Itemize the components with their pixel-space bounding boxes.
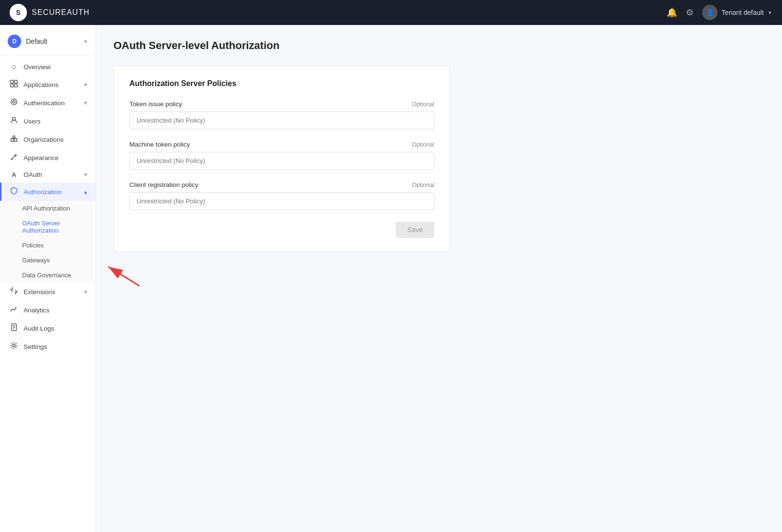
sidebar-tenant[interactable]: D Default ▼ <box>0 30 96 55</box>
sidebar: D Default ▼ ○ Overview <box>0 25 96 532</box>
client-registration-policy-input[interactable] <box>129 192 434 210</box>
svg-rect-9 <box>14 138 17 141</box>
svg-point-5 <box>13 101 15 103</box>
card-title: Authorization Server Policies <box>129 79 434 88</box>
sidebar-item-label: Appearance <box>24 154 59 161</box>
svg-rect-2 <box>11 84 13 87</box>
page-title: OAuth Server-level Authorization <box>114 39 765 52</box>
svg-rect-3 <box>14 84 17 87</box>
sidebar-item-settings[interactable]: Settings <box>0 337 96 356</box>
client-registration-policy-group: Client registration policy Optional <box>129 181 434 210</box>
avatar: 👤 <box>702 5 718 20</box>
svg-point-4 <box>11 99 17 105</box>
client-registration-policy-optional: Optional <box>412 182 434 188</box>
svg-rect-0 <box>11 80 13 83</box>
sidebar-item-analytics[interactable]: Analytics <box>0 301 96 319</box>
token-issue-policy-optional: Optional <box>412 101 434 108</box>
tenant-name: Default <box>26 37 47 45</box>
token-issue-policy-input[interactable] <box>129 111 434 129</box>
bell-icon[interactable]: 🔔 <box>667 7 677 18</box>
sidebar-item-label: Settings <box>24 343 47 350</box>
svg-point-6 <box>13 117 15 120</box>
tenant-selector[interactable]: 👤 Tenant default ▼ <box>702 5 772 20</box>
navbar: S SECUREAUTH 🔔 ⚙ 👤 Tenant default ▼ <box>0 0 782 25</box>
sidebar-subitem-policies[interactable]: Policies <box>0 238 96 253</box>
applications-icon <box>9 80 19 89</box>
sidebar-item-authentication[interactable]: Authentication ▼ <box>0 94 96 112</box>
sidebar-item-applications[interactable]: Applications ▼ <box>0 75 96 94</box>
sidebar-item-authorization[interactable]: Authorization ▲ <box>0 183 96 201</box>
chevron-down-icon: ▼ <box>768 10 772 15</box>
logo-icon: S <box>10 4 27 21</box>
sidebar-subitem-gateways[interactable]: Gateways <box>0 253 96 268</box>
svg-rect-8 <box>13 136 15 138</box>
sidebar-item-appearance[interactable]: Appearance <box>0 148 96 167</box>
machine-token-policy-optional: Optional <box>412 141 434 148</box>
chevron-icon: ▼ <box>83 82 88 87</box>
sidebar-subitem-data-governance[interactable]: Data Governance <box>0 268 96 283</box>
authentication-icon <box>9 98 19 108</box>
layout: D Default ▼ ○ Overview <box>0 25 782 532</box>
sidebar-item-label: Organizations <box>24 136 63 143</box>
authorization-icon <box>9 187 19 197</box>
sidebar-item-label: Authorization <box>24 188 62 196</box>
tenant-label: Tenant default <box>721 9 764 16</box>
sidebar-item-oauth[interactable]: A OAuth ▼ <box>0 167 96 183</box>
appearance-icon <box>9 153 19 162</box>
overview-icon: ○ <box>9 62 19 71</box>
machine-token-policy-label: Machine token policy <box>129 141 190 148</box>
save-button[interactable]: Save <box>396 222 434 238</box>
chevron-icon: ▼ <box>83 100 88 106</box>
sidebar-item-label: Users <box>24 118 40 125</box>
token-issue-policy-group: Token issue policy Optional <box>129 100 434 129</box>
sidebar-item-overview[interactable]: ○ Overview <box>0 58 96 75</box>
sidebar-item-extensions[interactable]: Extensions ▼ <box>0 283 96 301</box>
authorization-submenu: API Authorization OAuth Server Authoriza… <box>0 201 96 283</box>
chevron-icon: ▼ <box>83 289 88 295</box>
settings-icon <box>9 342 19 351</box>
svg-rect-1 <box>14 80 17 83</box>
client-registration-policy-label: Client registration policy <box>129 181 198 188</box>
sidebar-subitem-oauth-server-authorization[interactable]: OAuth Server Authorization <box>0 216 96 238</box>
audit-logs-icon <box>9 323 19 333</box>
organizations-icon <box>9 135 19 144</box>
chevron-down-icon: ▼ <box>83 39 88 44</box>
machine-token-policy-input[interactable] <box>129 152 434 170</box>
token-issue-policy-label: Token issue policy <box>129 100 182 108</box>
sidebar-item-label: OAuth <box>24 171 42 178</box>
analytics-icon <box>9 305 19 315</box>
extensions-icon <box>9 287 19 297</box>
navbar-right: 🔔 ⚙ 👤 Tenant default ▼ <box>667 5 772 20</box>
users-icon <box>9 116 19 126</box>
sidebar-item-label: Overview <box>24 63 50 71</box>
brand-name: SECUREAUTH <box>32 8 89 17</box>
sidebar-item-label: Audit Logs <box>24 325 54 332</box>
sidebar-item-organizations[interactable]: Organizations <box>0 130 96 148</box>
chevron-icon: ▼ <box>83 172 88 177</box>
tenant-dot: D <box>8 35 21 48</box>
main-content: OAuth Server-level Authorization Authori… <box>96 25 782 532</box>
sidebar-item-label: Applications <box>24 81 59 88</box>
sidebar-item-users[interactable]: Users <box>0 112 96 130</box>
machine-token-policy-group: Machine token policy Optional <box>129 141 434 170</box>
sidebar-item-audit-logs[interactable]: Audit Logs <box>0 319 96 337</box>
form-actions: Save <box>129 222 434 238</box>
sidebar-item-label: Extensions <box>24 288 55 296</box>
gear-icon[interactable]: ⚙ <box>686 7 694 18</box>
chevron-up-icon: ▲ <box>83 189 88 195</box>
svg-point-16 <box>13 345 15 347</box>
sidebar-subitem-api-authorization[interactable]: API Authorization <box>0 201 96 216</box>
oauth-icon: A <box>9 171 19 178</box>
navbar-left: S SECUREAUTH <box>10 4 89 21</box>
svg-line-18 <box>108 267 139 286</box>
svg-rect-7 <box>11 138 13 141</box>
sidebar-item-label: Analytics <box>24 307 50 314</box>
authorization-server-policies-card: Authorization Server Policies Token issu… <box>114 65 450 252</box>
sidebar-item-label: Authentication <box>24 99 65 107</box>
